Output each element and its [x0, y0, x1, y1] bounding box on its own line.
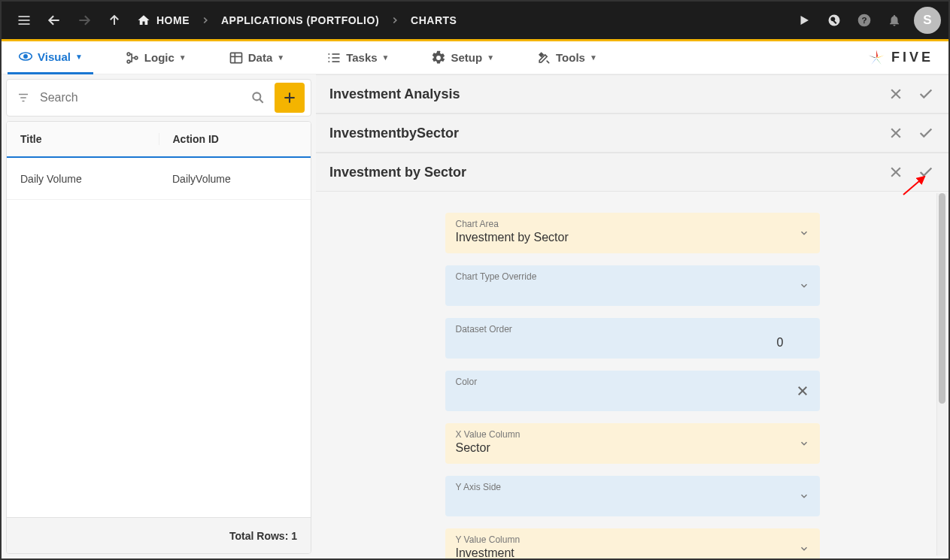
- svg-point-13: [24, 55, 27, 58]
- field-x-value-column[interactable]: X Value Column Sector: [445, 423, 820, 464]
- right-panel: Investment Analysis InvestmentbySector I…: [316, 74, 948, 558]
- menu-visual[interactable]: Visual ▼: [8, 41, 93, 74]
- searchbar: [6, 79, 311, 117]
- avatar-initial: S: [923, 13, 931, 28]
- field-chart-area[interactable]: Chart Area Investment by Sector: [445, 213, 820, 253]
- svg-line-35: [260, 99, 263, 103]
- field-dataset-order[interactable]: Dataset Order 0: [445, 318, 820, 359]
- svg-rect-17: [230, 53, 241, 62]
- menu-label: Tasks: [346, 51, 377, 64]
- grid-footer: Total Rows: 1: [7, 517, 311, 553]
- chevron-down-icon: ▼: [487, 53, 494, 62]
- panel-title: Investment by Sector: [329, 165, 466, 180]
- grid-footer-label: Total Rows:: [229, 530, 288, 542]
- chevron-down-icon: [799, 228, 809, 238]
- chevron-right-icon: [197, 15, 214, 26]
- topbar: HOME APPLICATIONS (PORTFOLIO) CHARTS ? S: [2, 2, 948, 41]
- field-y-value-column[interactable]: Y Value Column Investment: [445, 528, 820, 558]
- svg-marker-6: [801, 16, 809, 25]
- field-value: 0: [456, 336, 809, 351]
- confirm-icon[interactable]: [917, 163, 935, 181]
- breadcrumb-home[interactable]: HOME: [129, 14, 197, 27]
- field-label: Chart Area: [456, 219, 809, 229]
- svg-point-16: [135, 56, 138, 59]
- inspect-icon[interactable]: [819, 5, 849, 35]
- chevron-down-icon: ▼: [179, 53, 187, 62]
- field-value: Investment by Sector: [456, 231, 809, 246]
- chevron-right-icon: [387, 15, 403, 26]
- add-button[interactable]: [275, 83, 305, 113]
- notifications-icon[interactable]: [879, 5, 909, 35]
- menu-label: Setup: [451, 51, 482, 64]
- chevron-down-icon: ▼: [75, 53, 83, 61]
- brand-logo: FIVE: [866, 47, 933, 68]
- panel-header-2: InvestmentbySector: [316, 114, 948, 153]
- menu-tools[interactable]: Tools ▼: [526, 41, 608, 74]
- scrollbar-thumb[interactable]: [939, 193, 945, 404]
- confirm-icon[interactable]: [917, 124, 935, 142]
- nav-forward-icon: [69, 5, 99, 35]
- field-chart-type-override[interactable]: Chart Type Override: [445, 265, 820, 306]
- confirm-icon[interactable]: [917, 85, 935, 103]
- close-icon[interactable]: [887, 124, 905, 142]
- field-label: Y Axis Side: [456, 482, 809, 492]
- breadcrumb-applications[interactable]: APPLICATIONS (PORTFOLIO): [214, 14, 387, 26]
- field-label: X Value Column: [456, 429, 809, 440]
- menubar: Visual ▼ Logic ▼ Data ▼ Tasks ▼ Setup ▼ …: [2, 41, 948, 74]
- form-area: Chart Area Investment by Sector Chart Ty…: [316, 192, 948, 558]
- breadcrumb-label: APPLICATIONS (PORTFOLIO): [221, 14, 379, 26]
- grid-cell-title: Daily Volume: [7, 173, 159, 185]
- menu-tasks[interactable]: Tasks ▼: [316, 41, 399, 74]
- svg-point-14: [127, 53, 130, 56]
- run-icon[interactable]: [789, 5, 819, 35]
- svg-marker-28: [876, 58, 882, 65]
- nav-up-icon[interactable]: [99, 5, 129, 35]
- left-panel: Title Action ID Daily Volume DailyVolume…: [2, 74, 316, 558]
- chevron-down-icon: ▼: [277, 53, 284, 62]
- field-y-axis-side[interactable]: Y Axis Side: [445, 476, 820, 516]
- grid-col-title[interactable]: Title: [7, 133, 159, 145]
- chevron-down-icon: [799, 280, 809, 291]
- panel-header-1: Investment Analysis: [316, 74, 948, 114]
- panel-title: Investment Analysis: [329, 86, 460, 102]
- filter-icon[interactable]: [13, 87, 34, 108]
- chevron-down-icon: [799, 543, 809, 554]
- menu-label: Logic: [144, 51, 175, 64]
- brand-text: FIVE: [891, 50, 933, 65]
- field-value: Sector: [456, 441, 809, 456]
- grid-row[interactable]: Daily Volume DailyVolume: [7, 158, 311, 200]
- chevron-down-icon: [799, 438, 809, 449]
- nav-back-icon[interactable]: [39, 5, 69, 35]
- close-icon[interactable]: [887, 85, 905, 103]
- field-value: [456, 389, 809, 404]
- breadcrumb-charts[interactable]: CHARTS: [403, 14, 464, 26]
- clear-icon[interactable]: [796, 384, 809, 398]
- field-label: Color: [456, 377, 809, 387]
- hamburger-menu-icon[interactable]: [9, 5, 39, 35]
- field-color[interactable]: Color: [445, 371, 820, 411]
- menu-label: Tools: [556, 51, 585, 64]
- chevron-down-icon: [799, 491, 809, 501]
- panel-header-3: Investment by Sector: [316, 153, 948, 192]
- field-label: Y Value Column: [456, 534, 809, 545]
- grid: Title Action ID Daily Volume DailyVolume…: [6, 121, 311, 554]
- avatar[interactable]: S: [914, 7, 941, 34]
- field-label: Dataset Order: [456, 324, 809, 334]
- menu-data[interactable]: Data ▼: [218, 41, 295, 74]
- menu-label: Data: [248, 51, 273, 64]
- help-icon[interactable]: ?: [849, 5, 879, 35]
- search-input[interactable]: [40, 91, 241, 104]
- grid-col-action-id[interactable]: Action ID: [159, 133, 311, 145]
- chevron-down-icon: ▼: [590, 53, 597, 62]
- menu-logic[interactable]: Logic ▼: [114, 41, 197, 74]
- menu-label: Visual: [38, 50, 71, 63]
- scrollbar[interactable]: [936, 193, 947, 555]
- field-value: Investment: [456, 546, 809, 558]
- grid-footer-count: 1: [291, 530, 297, 542]
- svg-text:?: ?: [861, 15, 867, 25]
- svg-marker-30: [868, 55, 876, 58]
- field-value: [456, 283, 809, 298]
- search-icon[interactable]: [247, 87, 269, 108]
- close-icon[interactable]: [887, 163, 905, 181]
- menu-setup[interactable]: Setup ▼: [420, 41, 505, 74]
